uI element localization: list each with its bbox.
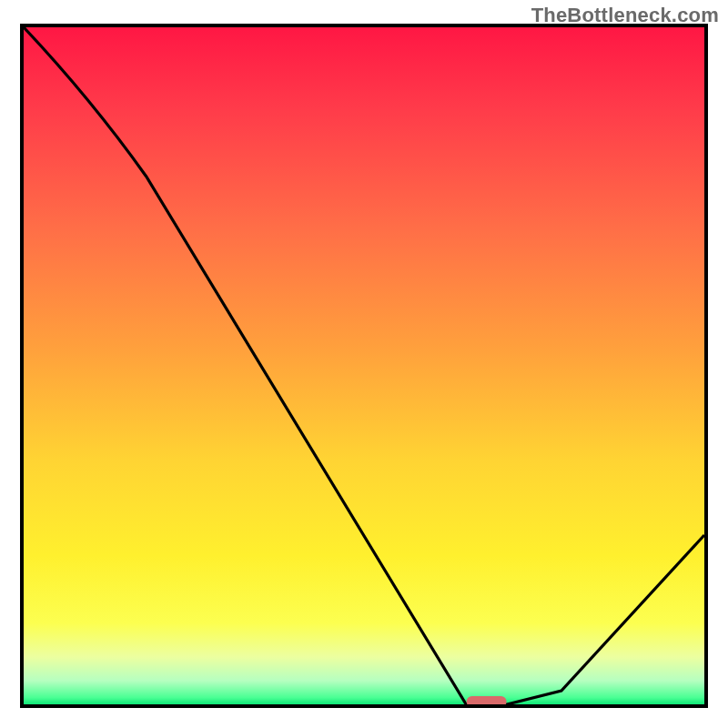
plot-area <box>24 27 704 704</box>
watermark: TheBottleneck.com <box>531 4 719 27</box>
chart-frame <box>20 24 708 708</box>
chart-svg <box>24 27 704 704</box>
gradient-background <box>24 27 704 704</box>
optimal-marker <box>467 696 507 704</box>
